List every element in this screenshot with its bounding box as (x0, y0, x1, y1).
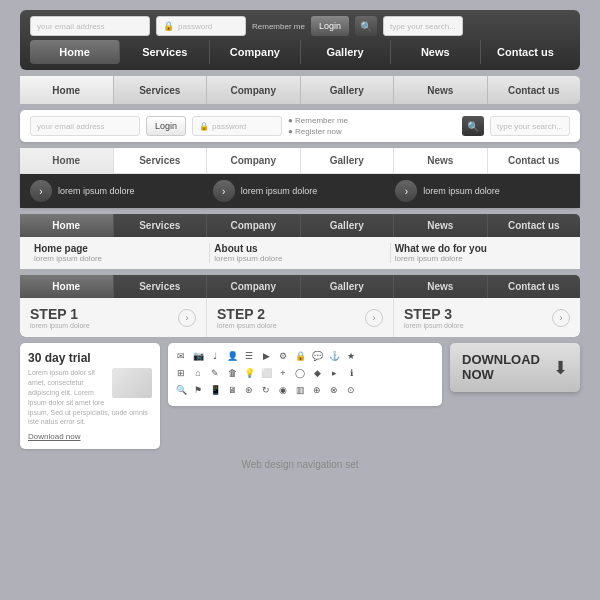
icon-tag[interactable]: ⊛ (242, 383, 256, 397)
icon-trash[interactable]: 🗑 (225, 366, 239, 380)
search-button-3[interactable]: 🔍 (462, 116, 484, 136)
bottom-row: 30 day trial Lorem ipsum dolor sit amet,… (20, 343, 580, 449)
login-button-3[interactable]: Login (146, 116, 186, 136)
nav6-item-home[interactable]: Home (20, 275, 114, 298)
nav4-item-company[interactable]: Company (207, 148, 301, 173)
nav1-item-gallery[interactable]: Gallery (301, 40, 391, 64)
icon-star[interactable]: ★ (344, 349, 358, 363)
email-input-1[interactable]: your email address (30, 16, 150, 36)
icon-lock[interactable]: 🔒 (293, 349, 307, 363)
trial-box: 30 day trial Lorem ipsum dolor sit amet,… (20, 343, 160, 449)
icon-circle[interactable]: ◯ (293, 366, 307, 380)
step-item-1[interactable]: STEP 1 lorem ipsum dolore › (20, 298, 207, 337)
desc-item-1: Home page lorem ipsum dolore (30, 243, 210, 263)
nav6-item-news[interactable]: News (394, 275, 488, 298)
nav2-item-services[interactable]: Services (114, 76, 208, 104)
nav2-item-gallery[interactable]: Gallery (301, 76, 395, 104)
email-input-3[interactable]: your email address (30, 116, 140, 136)
icon-pin[interactable]: ⊕ (310, 383, 324, 397)
icon-camera[interactable]: 📷 (191, 349, 205, 363)
step-arrow-3[interactable]: › lorem ipsum dolore (395, 180, 570, 202)
nav1-item-news[interactable]: News (391, 40, 481, 64)
icon-news[interactable]: ☰ (242, 349, 256, 363)
step-text-1: lorem ipsum dolore (58, 186, 135, 196)
icon-music[interactable]: ♩ (208, 349, 222, 363)
step-arrow-btn-2[interactable]: › (365, 309, 383, 327)
icon-info[interactable]: ℹ (344, 366, 358, 380)
nav1-item-company[interactable]: Company (210, 40, 300, 64)
download-btn-text: DOWNLOAD NOW (462, 353, 547, 382)
step-arrow-1[interactable]: › lorem ipsum dolore (30, 180, 205, 202)
login-button-1[interactable]: Login (311, 16, 349, 36)
nav6-item-services[interactable]: Services (114, 275, 208, 298)
icon-monitor[interactable]: 🖥 (225, 383, 239, 397)
search-input-3[interactable]: type your search... (490, 116, 570, 136)
icon-cross[interactable]: ⊗ (327, 383, 341, 397)
step-text-3: lorem ipsum dolore (423, 186, 500, 196)
navbar-steps: Home Services Company Gallery News Conta… (20, 275, 580, 337)
nav4-item-home[interactable]: Home (20, 148, 114, 173)
nav2-item-home[interactable]: Home (20, 76, 114, 104)
arrow-icon-2: › (213, 180, 235, 202)
icon-diamond[interactable]: ◆ (310, 366, 324, 380)
nav4-item-gallery[interactable]: Gallery (301, 148, 395, 173)
footer-label: Web design navigation set (20, 455, 580, 472)
step-item-2[interactable]: STEP 2 lorem ipsum dolore › (207, 298, 394, 337)
icon-box[interactable]: ⬜ (259, 366, 273, 380)
nav4-item-news[interactable]: News (394, 148, 488, 173)
navbar-white-login: your email address Login 🔒 password ● Re… (20, 110, 580, 142)
trial-download-link[interactable]: Download now (28, 432, 152, 441)
nav1-item-services[interactable]: Services (120, 40, 210, 64)
download-icon: ⬇ (553, 357, 568, 379)
icon-plus[interactable]: + (276, 366, 290, 380)
icon-arrow[interactable]: ▸ (327, 366, 341, 380)
nav5-item-company[interactable]: Company (207, 214, 301, 237)
icon-eye[interactable]: ◉ (276, 383, 290, 397)
icon-search[interactable]: 🔍 (174, 383, 188, 397)
icon-home[interactable]: ⌂ (191, 366, 205, 380)
nav6-item-gallery[interactable]: Gallery (301, 275, 395, 298)
nav5-item-gallery[interactable]: Gallery (301, 214, 395, 237)
icon-edit[interactable]: ✎ (208, 366, 222, 380)
icon-grid: ✉ 📷 ♩ 👤 ☰ ▶ ⚙ 🔒 💬 ⚓ ★ ⊞ ⌂ ✎ 🗑 💡 ⬜ + (168, 343, 442, 406)
password-input-1[interactable]: 🔒 password (156, 16, 246, 36)
search-button-1[interactable]: 🔍 (355, 16, 377, 36)
nav1-item-home[interactable]: Home (30, 40, 120, 64)
trial-image (112, 368, 152, 398)
step-item-3[interactable]: STEP 3 lorem ipsum dolore › (394, 298, 580, 337)
icon-grid-sq[interactable]: ⊞ (174, 366, 188, 380)
nav2-item-news[interactable]: News (394, 76, 488, 104)
icon-link[interactable]: ⚓ (327, 349, 341, 363)
nav5-item-services[interactable]: Services (114, 214, 208, 237)
download-button[interactable]: DOWNLOAD NOW ⬇ (450, 343, 580, 392)
nav4-item-contact[interactable]: Contact us (488, 148, 581, 173)
nav2-item-contact[interactable]: Contact us (488, 76, 581, 104)
icon-gear[interactable]: ⚙ (276, 349, 290, 363)
step-arrow-btn-1[interactable]: › (178, 309, 196, 327)
remember-me-label: Remember me (252, 22, 305, 31)
icon-flag[interactable]: ⚑ (191, 383, 205, 397)
nav6-item-company[interactable]: Company (207, 275, 301, 298)
icon-dot[interactable]: ⊙ (344, 383, 358, 397)
nav6-item-contact[interactable]: Contact us (488, 275, 581, 298)
icon-play[interactable]: ▶ (259, 349, 273, 363)
icon-user[interactable]: 👤 (225, 349, 239, 363)
icon-mail[interactable]: ✉ (174, 349, 188, 363)
nav1-item-contact[interactable]: Contact us (481, 40, 570, 64)
icon-phone[interactable]: 📱 (208, 383, 222, 397)
search-input-1[interactable]: type your search... (383, 16, 463, 36)
nav2-item-company[interactable]: Company (207, 76, 301, 104)
nav5-item-home[interactable]: Home (20, 214, 114, 237)
register-links: ● Remember me ● Register now (288, 115, 348, 137)
password-input-3[interactable]: 🔒 password (192, 116, 282, 136)
step-arrow-btn-3[interactable]: › (552, 309, 570, 327)
icon-chart[interactable]: ▥ (293, 383, 307, 397)
nav5-item-news[interactable]: News (394, 214, 488, 237)
step-arrow-2[interactable]: › lorem ipsum dolore (213, 180, 388, 202)
icon-bulb[interactable]: 💡 (242, 366, 256, 380)
icon-chat[interactable]: 💬 (310, 349, 324, 363)
icon-refresh[interactable]: ↻ (259, 383, 273, 397)
lock-icon: 🔒 (163, 21, 174, 31)
nav4-item-services[interactable]: Services (114, 148, 208, 173)
nav5-item-contact[interactable]: Contact us (488, 214, 581, 237)
